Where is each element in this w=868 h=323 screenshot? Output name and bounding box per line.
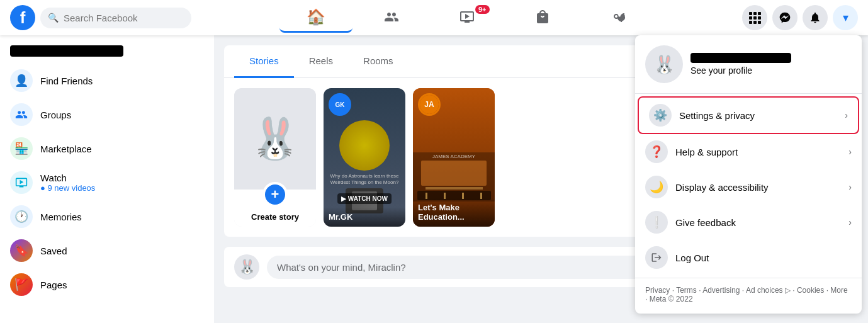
sidebar-item-memories[interactable]: 🕐 Memories [5,200,209,233]
create-story-label: Create story [239,212,311,222]
pages-label: Pages [40,280,67,290]
dropdown-name-bar [690,53,791,63]
groups-icon [10,103,33,126]
help-support-text: Help & support [675,147,841,157]
sidebar-item-pages[interactable]: 🚩 Pages [5,268,209,301]
dropdown-divider-2 [635,278,862,278]
watch-sublabel: ● 9 new videos [40,183,95,193]
nav-home[interactable]: 🏠 [279,3,352,33]
search-input[interactable] [64,13,184,23]
settings-privacy-text: Settings & privacy [679,110,837,121]
marketplace-label: Marketplace [40,144,92,154]
mr-gk-avatar: GK [329,93,351,116]
saved-icon: 🔖 [10,239,33,262]
footer-more[interactable]: More [830,286,847,295]
facebook-logo: f [10,5,35,30]
dropdown-item-help-support[interactable]: ❓ Help & support › [635,134,862,169]
svg-text:GK: GK [335,101,346,108]
find-friends-icon: 👤 [10,69,33,92]
nav-watch[interactable]: 9+ [431,3,504,33]
watch-now-badge: ▶ WATCH NOW [337,193,392,204]
lets-make-edu-story-card[interactable]: JA JAMES ACADEMY [413,88,495,227]
memories-label: Memories [40,212,82,222]
search-icon: 🔍 [48,13,59,23]
mr-gk-story-card[interactable]: GK Why do Astronauts learn these Weirdes… [324,88,405,227]
moon-image [339,120,390,171]
nav-gaming[interactable] [582,3,655,33]
sidebar-item-watch[interactable]: Watch ● 9 new videos [5,166,209,199]
svg-rect-0 [749,12,752,15]
search-bar[interactable]: 🔍 [40,8,191,28]
create-story-image: 🐰 [234,88,316,190]
logout-text: Log Out [675,252,852,263]
sidebar-item-saved[interactable]: 🔖 Saved [5,234,209,267]
nav-center: 🏠 9+ [196,3,737,33]
footer-advertising[interactable]: Advertising [702,286,740,295]
help-chevron-icon: › [848,147,852,157]
give-feedback-icon: ❕ [645,211,668,234]
memories-icon: 🕐 [10,205,33,228]
sidebar-user-profile[interactable] [5,40,209,62]
display-accessibility-text: Display & accessibility [675,182,841,193]
tab-stories[interactable]: Stories [234,45,294,78]
watch-text: Watch ● 9 new videos [40,173,95,193]
create-story-plus-button[interactable]: + [262,182,288,207]
dropdown-item-logout[interactable]: Log Out [635,240,862,275]
mr-gk-text: Why do Astronauts learn these Weirdest T… [329,173,400,186]
notifications-button[interactable] [803,5,828,30]
footer-ad-choices[interactable]: Ad choices ▷ [746,286,791,295]
settings-privacy-icon: ⚙️ [649,104,672,127]
logout-icon [645,246,668,269]
nav-right: ▾ [742,5,858,30]
sidebar-username-bar [10,45,123,57]
footer-terms[interactable]: Terms [676,286,697,295]
svg-rect-6 [749,21,752,24]
apps-button[interactable] [742,5,767,30]
sidebar-item-groups[interactable]: Groups [5,98,209,131]
messenger-button[interactable] [772,5,798,30]
dropdown-profile[interactable]: 🐰 See your profile [635,40,862,91]
find-friends-label: Find Friends [40,76,93,86]
svg-rect-7 [753,21,757,24]
settings-chevron-icon: › [845,110,848,120]
create-story-bottom: + Create story [234,190,316,227]
sidebar-item-marketplace[interactable]: 🏪 Marketplace [5,132,209,165]
dropdown-user-info: See your profile [690,53,791,76]
feedback-chevron-icon: › [848,217,852,227]
svg-rect-2 [758,12,761,15]
display-chevron-icon: › [848,182,852,192]
watch-badge: 9+ [475,5,490,14]
dropdown-footer: Privacy · Terms · Advertising · Ad choic… [635,281,862,309]
account-button[interactable]: ▾ [833,5,858,30]
groups-label: Groups [40,110,71,120]
svg-rect-5 [758,16,761,20]
tab-rooms[interactable]: Rooms [348,45,409,78]
give-feedback-text: Give feedback [675,217,841,228]
svg-rect-1 [753,12,757,15]
saved-label: Saved [40,246,67,256]
svg-rect-4 [753,16,757,20]
edu-avatar: JA [418,93,441,116]
nav-friends[interactable] [355,3,428,33]
marketplace-icon: 🏪 [10,137,33,160]
footer-cookies[interactable]: Cookies [797,286,824,295]
pages-icon: 🚩 [10,273,33,296]
dropdown-item-display-accessibility[interactable]: 🌙 Display & accessibility › [635,169,862,205]
help-support-icon: ❓ [645,140,668,163]
watch-icon [10,171,33,194]
dropdown-item-settings-privacy[interactable]: ⚙️ Settings & privacy › [638,96,859,134]
see-profile-text: See your profile [690,65,791,76]
nav-marketplace[interactable] [506,3,579,33]
dropdown-item-give-feedback[interactable]: ❕ Give feedback › [635,205,862,240]
sidebar-item-find-friends[interactable]: 👤 Find Friends [5,64,209,97]
mr-gk-label: Mr.GK [324,207,405,227]
footer-privacy[interactable]: Privacy [645,286,670,295]
tab-reels[interactable]: Reels [294,45,348,78]
display-accessibility-icon: 🌙 [645,176,668,198]
top-navigation: f 🔍 🏠 9+ ▾ [0,0,868,35]
dropdown-user-avatar: 🐰 [645,45,683,83]
dropdown-divider-1 [635,93,862,94]
create-story-card[interactable]: 🐰 + Create story [234,88,316,227]
edu-label: Let's Make Education... [413,198,495,227]
footer-meta: Meta © 2022 [650,295,693,303]
